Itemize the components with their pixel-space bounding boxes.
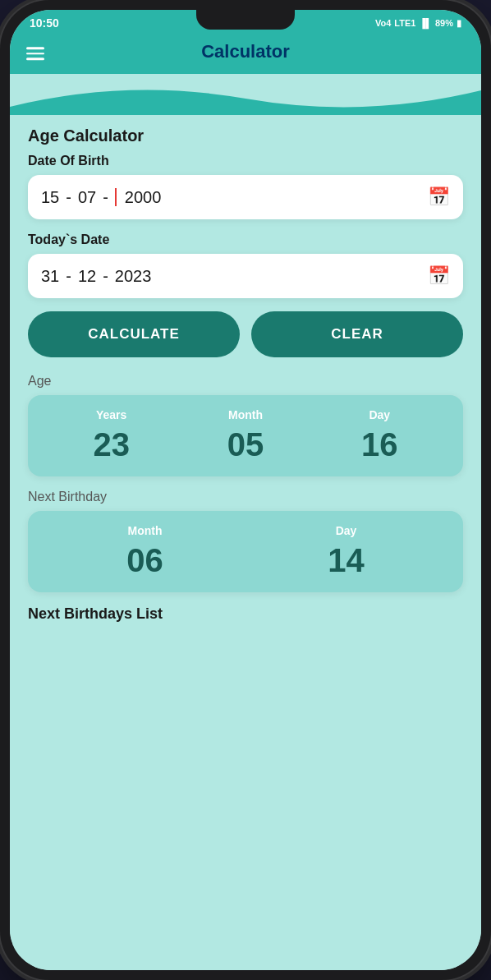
birthday-month-label: Month [128,524,163,537]
hamburger-line-1 [26,47,44,49]
notch [196,10,295,30]
today-date-parts: 31 - 12 - 2023 [41,267,428,286]
dob-year: 2000 [125,188,162,207]
dob-day: 15 [41,188,59,207]
birthday-month-col: Month 06 [126,524,163,579]
today-day: 31 [41,267,59,286]
dob-sep2: - [103,188,108,207]
dob-date-parts: 15 - 07 - 2000 [41,188,428,207]
birthday-month-value: 06 [126,542,163,579]
birthday-day-value: 14 [328,542,365,579]
today-input-row[interactable]: 31 - 12 - 2023 📅 [28,254,463,298]
signal-icon: ▐▌ [419,18,432,28]
wave-divider [10,74,481,115]
days-value: 16 [361,426,398,463]
network-label: LTE1 [394,18,415,28]
age-days-col: Day 16 [361,408,398,463]
dob-month: 07 [78,188,96,207]
dob-input-row[interactable]: 15 - 07 - 2000 📅 [28,175,463,219]
phone-frame: 10:50 Vo4 LTE1 ▐▌ 89% ▮ Calculator [0,0,491,980]
months-value: 05 [227,426,264,463]
today-year: 2023 [115,267,152,286]
status-time: 10:50 [30,16,59,30]
page-title: Age Calculator [28,115,463,154]
text-cursor [115,188,117,206]
carrier-label: Vo4 [375,18,391,28]
hamburger-line-3 [26,58,44,60]
battery-label: 89% [435,18,453,28]
days-label: Day [369,408,390,421]
today-sep1: - [66,267,71,286]
years-label: Years [96,408,126,421]
calculate-button[interactable]: CALCULATE [28,311,240,357]
dob-sep1: - [66,188,71,207]
clear-button[interactable]: CLEAR [251,311,463,357]
today-sep2: - [103,267,108,286]
next-birthday-section-label: Next Birthday [28,490,463,504]
years-value: 23 [93,426,130,463]
next-birthdays-list-title: Next Birthdays List [28,605,463,623]
today-label: Today`s Date [28,232,463,247]
months-label: Month [228,408,263,421]
birthday-day-col: Day 14 [328,524,365,579]
battery-icon: ▮ [457,18,461,29]
age-result-columns: Years 23 Month 05 Day 16 [44,408,447,463]
next-birthday-card: Month 06 Day 14 [28,511,463,592]
hamburger-button[interactable] [26,47,44,60]
today-calendar-icon[interactable]: 📅 [428,265,450,287]
age-section-label: Age [28,374,463,389]
dob-calendar-icon[interactable]: 📅 [428,186,450,208]
hamburger-line-2 [26,53,44,55]
age-years-col: Years 23 [93,408,130,463]
phone-screen: 10:50 Vo4 LTE1 ▐▌ 89% ▮ Calculator [10,10,481,970]
age-result-card: Years 23 Month 05 Day 16 [28,395,463,476]
status-right: Vo4 LTE1 ▐▌ 89% ▮ [375,18,461,29]
today-month: 12 [78,267,96,286]
dob-label: Date Of Birth [28,154,463,168]
birthday-day-label: Day [336,524,357,537]
app-header: Calculator [10,33,481,74]
age-months-col: Month 05 [227,408,264,463]
header-title: Calculator [201,41,290,62]
main-content: Age Calculator Date Of Birth 15 - 07 - 2… [10,115,481,970]
action-buttons: CALCULATE CLEAR [28,311,463,357]
next-birthday-columns: Month 06 Day 14 [44,524,447,579]
